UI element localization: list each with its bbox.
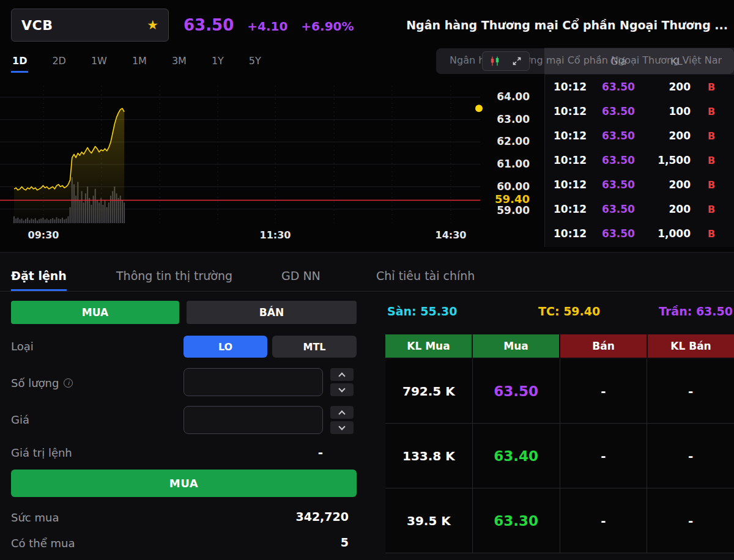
ask-price[interactable]: - bbox=[560, 488, 647, 553]
bid-price[interactable]: 63.40 bbox=[473, 424, 560, 488]
price-limits: Sàn: 55.30 TC: 59.40 Trần: 63.50 bbox=[385, 304, 734, 320]
y-axis-tick: 60.00 bbox=[483, 180, 530, 193]
price-label: Giá bbox=[11, 413, 29, 426]
trade-volume: 1,000 bbox=[649, 227, 704, 240]
price-change: +4.10 bbox=[247, 19, 287, 34]
tape-row[interactable]: 10:12 63.50 200 B bbox=[545, 172, 734, 197]
trade-price: 63.50 bbox=[588, 130, 649, 142]
bid-price[interactable]: 63.50 bbox=[473, 359, 560, 423]
trade-side: B bbox=[704, 179, 734, 191]
trading-app: VCB ★ 63.50 +4.10 +6.90% Ngân hàng Thươn… bbox=[0, 0, 734, 560]
tab-chi-tieu-tai-chinh[interactable]: Chỉ tiêu tài chính bbox=[376, 269, 475, 289]
range-tab-3m[interactable]: 3M bbox=[171, 54, 188, 73]
price-stepper bbox=[330, 406, 354, 434]
last-price: 63.50 bbox=[184, 16, 234, 34]
tape-row[interactable]: 10:12 63.50 100 B bbox=[545, 99, 734, 123]
order-type-label: Loại bbox=[11, 340, 34, 353]
expand-chart-button[interactable] bbox=[507, 53, 527, 69]
reference-price-label: 59.40 bbox=[483, 193, 530, 205]
trade-tape: Giá KL 10:12 63.50 200 B 10:12 63.50 100… bbox=[544, 48, 734, 247]
y-axis-tick: 61.00 bbox=[483, 158, 530, 170]
bottom-panel: Đặt lệnh Thông tin thị trường GD NN Chỉ … bbox=[0, 252, 734, 560]
range-tab-1y[interactable]: 1Y bbox=[210, 54, 225, 73]
header-kl-ban: KL Bán bbox=[648, 334, 734, 358]
bid-volume[interactable]: 133.8 K bbox=[385, 424, 472, 488]
reference-price: TC: 59.40 bbox=[538, 304, 600, 318]
price-increase-button[interactable] bbox=[330, 406, 354, 419]
intraday-price-chart[interactable] bbox=[0, 78, 483, 231]
company-name: Ngân hàng Thương mại Cổ phần Ngoại Thươn… bbox=[406, 18, 728, 32]
range-tab-2d[interactable]: 2D bbox=[51, 54, 67, 73]
ask-volume[interactable]: - bbox=[647, 359, 734, 423]
ask-volume[interactable]: - bbox=[647, 488, 734, 553]
bid-price[interactable]: 63.30 bbox=[473, 488, 560, 553]
buy-tab-button[interactable]: MUA bbox=[11, 301, 179, 324]
price-input[interactable] bbox=[184, 406, 323, 434]
ceiling-price: Trần: 63.50 bbox=[659, 304, 733, 318]
price-change-percent: +6.90% bbox=[301, 19, 354, 34]
trade-time: 10:12 bbox=[545, 105, 588, 117]
trade-side: B bbox=[704, 81, 734, 93]
star-icon[interactable]: ★ bbox=[147, 18, 158, 32]
tape-row[interactable]: 10:12 63.50 1,000 B bbox=[545, 221, 734, 246]
bid-volume[interactable]: 39.5 K bbox=[385, 488, 472, 553]
candlestick-chart-button[interactable] bbox=[485, 53, 505, 69]
trade-time: 10:12 bbox=[545, 81, 588, 93]
y-axis-tick: 62.00 bbox=[483, 135, 530, 147]
order-book-body: 792.5 K 63.50 - - 133.8 K 63.40 - - 39.5… bbox=[385, 359, 734, 553]
max-buy-label: Có thể mua bbox=[11, 537, 75, 550]
range-tab-5y[interactable]: 5Y bbox=[248, 54, 262, 73]
range-tab-1w[interactable]: 1W bbox=[90, 54, 108, 73]
header-mua: Mua bbox=[473, 334, 559, 358]
tab-thong-tin-thi-truong[interactable]: Thông tin thị trường bbox=[116, 269, 232, 289]
chevron-up-icon bbox=[338, 410, 345, 417]
trade-time: 10:12 bbox=[545, 154, 588, 166]
trade-side: B bbox=[704, 130, 734, 142]
trade-volume: 200 bbox=[649, 203, 704, 215]
ask-price[interactable]: - bbox=[560, 424, 647, 488]
order-value: - bbox=[269, 445, 323, 460]
quantity-input[interactable] bbox=[184, 368, 323, 396]
ticker-selector[interactable]: VCB ★ bbox=[11, 9, 169, 42]
range-tab-1d[interactable]: 1D bbox=[11, 54, 28, 73]
tab-gd-nn[interactable]: GD NN bbox=[281, 269, 321, 289]
trade-time: 10:12 bbox=[545, 179, 588, 191]
trade-volume: 200 bbox=[649, 130, 704, 142]
submit-buy-button[interactable]: MUA bbox=[11, 470, 357, 497]
quantity-decrease-button[interactable] bbox=[330, 383, 354, 396]
chevron-down-icon bbox=[338, 385, 345, 392]
max-buy-value: 5 bbox=[226, 536, 349, 549]
order-type-lo-button[interactable]: LO bbox=[184, 336, 267, 358]
buying-power-value: 342,720 bbox=[226, 510, 349, 523]
quantity-increase-button[interactable] bbox=[330, 368, 354, 381]
bid-volume[interactable]: 792.5 K bbox=[385, 359, 472, 423]
trade-side: B bbox=[704, 106, 734, 117]
quantity-label: Số lượng i bbox=[11, 377, 73, 389]
buying-power-label: Sức mua bbox=[11, 511, 59, 524]
chevron-down-icon bbox=[338, 423, 345, 430]
x-axis-tick: 09:30 bbox=[24, 229, 63, 241]
trade-price: 63.50 bbox=[588, 105, 649, 117]
order-book-header: KL Mua Mua Bán KL Bán bbox=[385, 334, 734, 358]
trade-price: 63.50 bbox=[588, 227, 649, 240]
ask-volume[interactable]: - bbox=[647, 424, 734, 488]
x-axis-tick: 14:30 bbox=[431, 229, 470, 241]
tape-row[interactable]: 10:12 63.50 200 B bbox=[545, 75, 734, 99]
trade-volume: 1,500 bbox=[649, 154, 704, 166]
tape-row[interactable]: 10:12 63.50 200 B bbox=[545, 197, 734, 221]
trade-price: 63.50 bbox=[588, 179, 649, 191]
trade-side: B bbox=[704, 204, 734, 215]
range-tab-1m[interactable]: 1M bbox=[131, 54, 148, 73]
info-icon[interactable]: i bbox=[64, 378, 73, 388]
tape-row[interactable]: 10:12 63.50 1,500 B bbox=[545, 148, 734, 172]
trade-volume: 200 bbox=[649, 81, 704, 93]
expand-icon bbox=[512, 56, 522, 66]
order-type-mtl-button[interactable]: MTL bbox=[272, 336, 357, 358]
ask-price[interactable]: - bbox=[560, 359, 647, 423]
tab-dat-lenh[interactable]: Đặt lệnh bbox=[11, 269, 67, 291]
tape-row[interactable]: 10:12 63.50 200 B bbox=[545, 123, 734, 148]
price-decrease-button[interactable] bbox=[330, 421, 354, 434]
sell-tab-button[interactable]: BÁN bbox=[187, 301, 357, 324]
trade-side: B bbox=[704, 155, 734, 166]
time-range-tabs: 1D 2D 1W 1M 3M 1Y 5Y bbox=[11, 54, 262, 73]
